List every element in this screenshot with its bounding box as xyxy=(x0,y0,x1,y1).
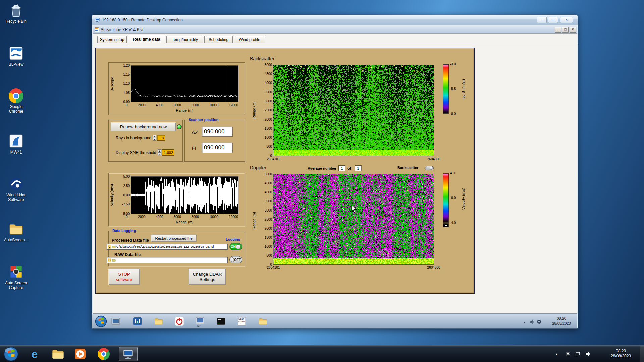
sched-label: sched xyxy=(238,320,245,323)
desktop-icon-bl-view[interactable]: BL-View xyxy=(0,46,32,67)
remote-taskbar-scan-sched-icon[interactable]: Scan sched xyxy=(236,316,247,327)
tab-label: Real time data xyxy=(133,37,160,42)
raw-logging-toggle[interactable]: OFF xyxy=(229,256,242,263)
tray-show-hidden-icon[interactable]: ▲ xyxy=(553,351,559,357)
remote-taskbar-xp-icon[interactable]: XP xyxy=(195,316,205,327)
bl-view-icon xyxy=(8,46,24,61)
desktop-icon-wind-lidar[interactable]: Wind Lidar Software xyxy=(0,176,32,202)
remote-tray-volume-icon[interactable] xyxy=(529,319,535,325)
doppler-title: Doppler xyxy=(250,165,266,170)
tick-label: 10000 xyxy=(209,103,219,107)
tick-label: 3500 xyxy=(265,199,272,203)
backscatter-display-toggle[interactable] xyxy=(425,166,434,170)
remote-taskbar: XP Scan sched ▴ 08:20 28/08/2023 xyxy=(92,314,577,328)
tick-label: 12000 xyxy=(229,215,238,219)
average-number-field[interactable]: 1 xyxy=(338,165,345,171)
tab-scheduling[interactable]: Scheduling xyxy=(204,36,233,43)
stop-software-button[interactable]: STOP software xyxy=(108,269,140,285)
wind-lidar-icon xyxy=(8,176,24,192)
rdp-maximize-button[interactable]: □ xyxy=(548,17,558,23)
remote-taskbar-folder-app-icon[interactable] xyxy=(153,316,164,327)
desktop-icon-label: Google Chrome xyxy=(4,104,28,114)
desktop-icon-mw41[interactable]: MW41 xyxy=(0,133,32,155)
tick-label: 10000 xyxy=(209,215,219,219)
labview-restore-button[interactable]: □ xyxy=(562,27,569,33)
el-value: 090.000 xyxy=(204,144,224,151)
taskbar-ie-icon[interactable]: e xyxy=(27,347,42,361)
rays-value: 8 xyxy=(162,136,164,140)
background-led-indicator xyxy=(177,124,182,129)
background-controls-group: Renew background now Rays in background … xyxy=(108,120,183,162)
tray-action-center-icon[interactable] xyxy=(565,351,571,357)
remote-taskbar-app-window-icon[interactable] xyxy=(110,316,121,327)
desktop-icon-autoscreen-folder[interactable]: AutoScreen... xyxy=(0,221,32,242)
backscatter-toggle-label: Backscatter xyxy=(397,166,418,170)
desktop-icon-google-chrome[interactable]: Google Chrome xyxy=(0,88,32,114)
labview-vi-icon xyxy=(95,27,99,32)
tab-real-time-data[interactable]: Real time data xyxy=(128,35,165,43)
taskbar-explorer-icon[interactable] xyxy=(50,347,66,361)
rays-value-field[interactable]: 8 xyxy=(157,135,165,141)
rdp-titlebar[interactable]: 192.168.0.150 - Remote Desktop Connectio… xyxy=(92,15,578,25)
labview-window: StreamLine XR v14-6.vi _ □ × System setu… xyxy=(93,26,577,314)
tick-label: 5000 xyxy=(265,63,272,67)
tab-temp-humidity[interactable]: Temp/humidity xyxy=(166,36,203,43)
remote-taskbar-power-off-icon[interactable] xyxy=(174,316,185,327)
average-total-field[interactable]: 1 xyxy=(355,165,362,171)
taskbar-date: 28/08/2023 xyxy=(602,354,639,359)
remote-tray-arrow-icon[interactable]: ▴ xyxy=(522,319,528,325)
backscatter-colorbar-ticks: -3.0-5.5-8.0 xyxy=(450,62,460,116)
ascope-x-axis-label: Range (m) xyxy=(131,108,238,112)
labview-titlebar[interactable]: StreamLine XR v14-6.vi _ □ × xyxy=(93,26,577,34)
processed-data-file-path[interactable]: C C:\Lidar\Data\Proc\2023\202308\2023082… xyxy=(107,244,228,250)
doppler-colorbar xyxy=(443,173,449,223)
remote-taskbar-terminal-icon[interactable] xyxy=(216,316,226,327)
remote-start-button[interactable] xyxy=(95,315,107,327)
snr-spinner[interactable]: ▲▼ xyxy=(158,149,161,155)
tick-label: -8.0 xyxy=(450,112,456,116)
rdp-close-button[interactable]: × xyxy=(560,17,573,23)
show-desktop-button[interactable] xyxy=(640,346,644,362)
tick-label: -3.0 xyxy=(450,62,456,66)
tick-label: 0 xyxy=(126,103,128,107)
tick-label: 5000 xyxy=(265,172,272,176)
labview-close-button[interactable]: × xyxy=(570,27,576,33)
restart-processed-file-button[interactable]: Restart processed file xyxy=(151,235,197,242)
labview-minimize-button[interactable]: _ xyxy=(555,27,561,33)
rays-spinner[interactable]: ▲▼ xyxy=(153,135,156,141)
raw-data-file-path[interactable]: C xyxy=(107,257,228,263)
rdp-minimize-button[interactable]: – xyxy=(537,17,547,23)
toggle-knob xyxy=(430,167,433,170)
tab-label: Temp/humidity xyxy=(172,37,198,42)
remote-tray-network-icon[interactable] xyxy=(536,319,542,325)
az-label: AZ xyxy=(192,129,198,135)
taskbar-rdp-button-active[interactable] xyxy=(119,347,138,361)
el-value-field[interactable]: 090.000 xyxy=(202,143,233,153)
tray-volume-icon[interactable] xyxy=(585,351,591,357)
taskbar-clock[interactable]: 08:20 28/08/2023 xyxy=(602,349,639,359)
tab-system-setup[interactable]: System setup xyxy=(97,36,127,43)
taskbar-chrome-icon[interactable] xyxy=(96,347,111,361)
az-value-field[interactable]: 090.000 xyxy=(202,127,233,137)
button-label: STOP xyxy=(118,272,130,277)
start-button[interactable] xyxy=(3,346,19,362)
processed-logging-toggle[interactable]: ON xyxy=(229,243,242,250)
remote-taskbar-explorer-icon[interactable] xyxy=(258,316,268,327)
desktop-icon-auto-screen-capture[interactable]: Auto Screen Capture xyxy=(0,264,32,290)
button-label: Settings xyxy=(200,277,215,282)
remote-taskbar-monitor-app-icon[interactable] xyxy=(132,316,143,327)
renew-background-button[interactable]: Renew background now xyxy=(111,122,176,131)
taskbar-media-player-icon[interactable] xyxy=(72,347,88,361)
doppler-colorbar-label: Velocity (m/s) xyxy=(461,177,465,221)
tick-label: 0.00 xyxy=(123,193,130,197)
change-lidar-settings-button[interactable]: Change LiDAR Settings xyxy=(189,269,226,285)
remote-clock[interactable]: 08:20 28/08/2023 xyxy=(546,316,577,326)
rdp-monitor-icon xyxy=(122,348,134,360)
snr-value-field[interactable]: 1.002 xyxy=(162,149,174,156)
tick-label: -2.50 xyxy=(122,202,130,206)
tray-network-icon[interactable] xyxy=(575,351,581,357)
tick-label: -0.0 xyxy=(450,196,456,200)
remote-desktop: StreamLine XR v14-6.vi _ □ × System setu… xyxy=(92,25,577,328)
tab-wind-profile[interactable]: Wind profile xyxy=(234,36,265,43)
desktop-icon-recycle-bin[interactable]: Recycle Bin xyxy=(0,3,32,24)
